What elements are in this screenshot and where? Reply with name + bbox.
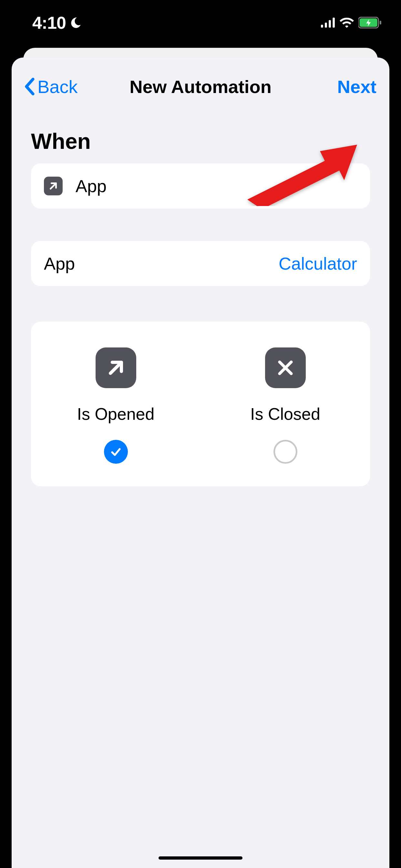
back-label: Back	[37, 76, 78, 97]
battery-charging-icon	[359, 17, 382, 28]
cellular-signal-icon	[321, 18, 335, 28]
app-selector-label: App	[44, 253, 279, 274]
svg-rect-3	[333, 18, 335, 28]
modal-sheet: Back New Automation Next When App App Ca…	[11, 58, 390, 868]
svg-rect-0	[321, 25, 323, 28]
page-title: New Automation	[129, 76, 272, 97]
status-bar: 4:10	[0, 0, 401, 45]
app-selector-card: App Calculator	[31, 241, 370, 286]
app-selector-row[interactable]: App Calculator	[31, 241, 370, 286]
is-opened-radio-checked[interactable]	[104, 440, 128, 464]
is-opened-label: Is Opened	[77, 404, 155, 424]
is-opened-icon-box	[96, 347, 136, 388]
arrow-up-right-icon	[105, 357, 127, 379]
status-right	[321, 17, 382, 28]
is-closed-radio-unchecked[interactable]	[274, 440, 297, 464]
option-is-opened[interactable]: Is Opened	[31, 347, 201, 464]
home-indicator[interactable]	[158, 857, 243, 860]
app-trigger-icon	[44, 177, 63, 195]
trigger-options-card: Is Opened Is Closed	[31, 321, 370, 486]
svg-rect-6	[380, 21, 381, 25]
status-left: 4:10	[32, 12, 83, 33]
is-closed-icon-box	[265, 347, 306, 388]
next-button[interactable]: Next	[337, 76, 376, 97]
x-icon	[275, 358, 296, 378]
back-button[interactable]: Back	[25, 76, 78, 97]
chevron-left-icon	[25, 78, 35, 96]
do-not-disturb-icon	[70, 16, 83, 29]
navigation-bar: Back New Automation Next	[11, 70, 390, 103]
status-time: 4:10	[32, 12, 66, 33]
arrow-up-right-icon	[48, 181, 59, 191]
wifi-icon	[340, 18, 354, 28]
svg-line-8	[111, 362, 121, 373]
section-header-when: When	[11, 103, 390, 163]
checkmark-icon	[110, 445, 122, 458]
app-selector-value: Calculator	[279, 253, 357, 274]
option-is-closed[interactable]: Is Closed	[201, 347, 370, 464]
trigger-type-card: App	[31, 163, 370, 209]
trigger-type-label: App	[75, 176, 357, 196]
trigger-type-row[interactable]: App	[31, 163, 370, 209]
svg-rect-2	[329, 20, 331, 27]
svg-rect-1	[325, 23, 327, 27]
svg-line-7	[51, 183, 56, 189]
is-closed-label: Is Closed	[250, 404, 320, 424]
